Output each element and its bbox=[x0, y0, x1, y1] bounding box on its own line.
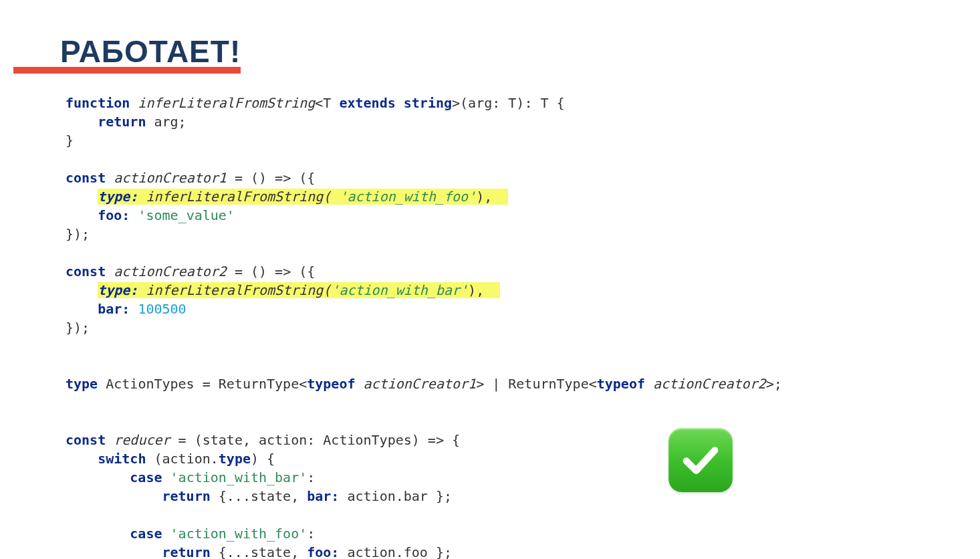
indent bbox=[66, 207, 98, 223]
colon: : bbox=[307, 526, 315, 542]
string-case-foo: 'action_with_foo' bbox=[170, 526, 308, 542]
switch-close: ) { bbox=[251, 451, 275, 467]
checkmark-icon bbox=[668, 428, 733, 492]
type-alias-a: ActionTypes = ReturnType< bbox=[98, 376, 307, 392]
checkmark-svg bbox=[679, 439, 722, 481]
prop-foo: foo: bbox=[307, 544, 339, 559]
id-reducer: reducer bbox=[106, 432, 170, 448]
kw-return: return bbox=[162, 544, 211, 559]
kw-case: case bbox=[130, 469, 162, 485]
space bbox=[138, 282, 146, 298]
title-wrap: РАБОТАЕТ! bbox=[60, 33, 241, 70]
kw-extends: extends bbox=[339, 95, 395, 111]
kw-return: return bbox=[98, 114, 146, 130]
slide-title: РАБОТАЕТ! bbox=[60, 33, 241, 70]
number-100500: 100500 bbox=[138, 301, 186, 317]
type-T: T bbox=[323, 95, 331, 111]
fn-call-name: inferLiteralFromString bbox=[146, 282, 323, 298]
paren-close: ), bbox=[476, 189, 492, 205]
kw-string: string bbox=[404, 95, 452, 111]
id-actionCreator2: actionCreator2 bbox=[645, 376, 766, 392]
brace-close: } bbox=[66, 132, 74, 148]
return-rest: action.bar }; bbox=[339, 488, 452, 504]
kw-const: const bbox=[66, 170, 106, 186]
trail bbox=[492, 189, 508, 205]
return-arg: arg; bbox=[146, 114, 186, 130]
string-action-with-bar: 'action_with_bar' bbox=[331, 282, 468, 298]
obj-close: }); bbox=[66, 320, 90, 336]
space bbox=[138, 189, 146, 205]
spread-mid: {...state, bbox=[211, 544, 308, 559]
kw-typeof: typeof bbox=[307, 376, 355, 392]
indent bbox=[66, 282, 98, 298]
id-actionCreator2: actionCreator2 bbox=[106, 263, 227, 280]
switch-open: (action. bbox=[146, 451, 218, 467]
sig-rest: >(arg: T): T { bbox=[452, 95, 565, 111]
fn-name: inferLiteralFromString bbox=[130, 95, 315, 111]
highlight-line-2: type: inferLiteralFromString('action_wit… bbox=[98, 282, 500, 298]
arrow-open: = () => ({ bbox=[227, 170, 315, 186]
indent bbox=[66, 469, 130, 485]
obj-close: }); bbox=[66, 226, 90, 242]
arrow-open: = () => ({ bbox=[227, 263, 315, 280]
angle-open: < bbox=[315, 95, 323, 111]
type-alias-end: >; bbox=[766, 376, 782, 392]
id-actionCreator1: actionCreator1 bbox=[106, 170, 227, 186]
indent bbox=[66, 488, 162, 504]
indent bbox=[66, 189, 98, 205]
prop-bar: bar: bbox=[307, 488, 339, 504]
prop-type: type: bbox=[98, 282, 138, 298]
return-rest: action.foo }; bbox=[339, 544, 452, 559]
spread-mid: {...state, bbox=[211, 488, 308, 504]
paren-open: ( bbox=[323, 189, 339, 205]
kw-type: type bbox=[66, 376, 98, 392]
prop-type: type bbox=[219, 451, 251, 467]
paren-open: ( bbox=[323, 282, 331, 298]
kw-function: function bbox=[66, 95, 130, 111]
space bbox=[130, 301, 138, 317]
string-some-value: 'some_value' bbox=[138, 207, 235, 223]
indent bbox=[66, 114, 98, 130]
kw-const: const bbox=[66, 263, 106, 280]
kw-case: case bbox=[130, 526, 162, 542]
kw-return: return bbox=[162, 488, 211, 504]
indent bbox=[66, 301, 98, 317]
prop-bar: bar: bbox=[98, 301, 130, 317]
space bbox=[130, 207, 138, 223]
type-alias-mid: > | ReturnType< bbox=[476, 376, 597, 392]
prop-type: type: bbox=[98, 189, 138, 205]
space bbox=[331, 95, 339, 111]
trail bbox=[484, 282, 500, 298]
kw-const: const bbox=[66, 432, 106, 448]
indent bbox=[66, 544, 162, 559]
string-case-bar: 'action_with_bar' bbox=[170, 469, 308, 485]
string-action-with-foo: 'action_with_foo' bbox=[339, 189, 476, 205]
space bbox=[162, 469, 170, 485]
indent bbox=[66, 451, 98, 467]
space bbox=[162, 526, 170, 542]
indent bbox=[66, 526, 130, 542]
colon: : bbox=[307, 469, 315, 485]
highlight-line-1: type: inferLiteralFromString( 'action_wi… bbox=[98, 189, 508, 205]
space bbox=[396, 95, 404, 111]
kw-typeof: typeof bbox=[597, 376, 645, 392]
id-actionCreator1: actionCreator1 bbox=[356, 376, 477, 392]
fn-call-name: inferLiteralFromString bbox=[146, 189, 323, 205]
prop-foo: foo: bbox=[98, 207, 130, 223]
slide: РАБОТАЕТ! function inferLiteralFromStrin… bbox=[0, 0, 980, 559]
reducer-sig: = (state, action: ActionTypes) => { bbox=[170, 432, 460, 448]
paren-close: ), bbox=[468, 282, 484, 298]
kw-switch: switch bbox=[98, 451, 146, 467]
